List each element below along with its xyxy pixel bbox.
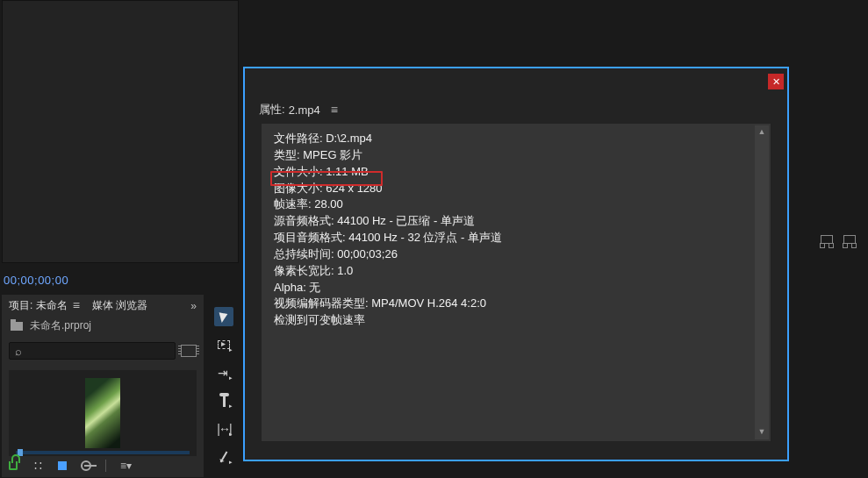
properties-header: 属性: 2.mp4 bbox=[259, 102, 778, 118]
lock-icon[interactable] bbox=[9, 461, 18, 470]
list-view-icon[interactable]: ∷ bbox=[32, 460, 44, 472]
project-file-row: 未命名.prproj bbox=[2, 317, 204, 339]
panel-menu-icon[interactable] bbox=[73, 304, 83, 308]
pen-tool[interactable]: ▸ bbox=[214, 447, 233, 467]
project-tab-label: 项目: 未命名 bbox=[9, 298, 68, 313]
properties-menu-icon[interactable] bbox=[331, 109, 341, 111]
project-tab[interactable]: 项目: 未命名 bbox=[9, 298, 83, 313]
prop-frame-rate: 帧速率: 28.00 bbox=[274, 196, 758, 213]
prop-file-path: 文件路径: D:\2.mp4 bbox=[274, 131, 758, 147]
close-button[interactable]: ✕ bbox=[768, 74, 784, 89]
prop-par: 像素长宽比: 1.0 bbox=[274, 263, 758, 280]
new-bin-icon[interactable] bbox=[181, 345, 197, 357]
source-monitor-panel bbox=[2, 0, 239, 263]
clip-scrub-bar[interactable] bbox=[16, 451, 190, 454]
timeline-settings-icon[interactable] bbox=[821, 235, 833, 244]
search-input[interactable]: ⌕ bbox=[9, 342, 176, 360]
close-icon: ✕ bbox=[772, 76, 780, 88]
properties-scrollbar[interactable]: ▲ ▼ bbox=[755, 125, 769, 439]
folder-icon bbox=[11, 322, 23, 331]
track-select-tool[interactable]: ▸ bbox=[214, 335, 233, 354]
ripple-edit-tool[interactable]: ▸ bbox=[214, 363, 233, 382]
prop-file-size: 文件大小: 1.11 MB bbox=[274, 164, 758, 181]
prop-src-audio: 源音频格式: 44100 Hz - 已压缩 - 单声道 bbox=[274, 213, 758, 230]
sort-icon[interactable]: ≡▾ bbox=[120, 460, 132, 472]
prop-proj-audio: 项目音频格式: 44100 Hz - 32 位浮点 - 单声道 bbox=[274, 230, 758, 246]
dialog-titlebar: ✕ bbox=[768, 74, 784, 89]
slip-tool[interactable]: |↔|▸ bbox=[214, 419, 233, 439]
prop-duration: 总持续时间: 00;00;03;26 bbox=[274, 246, 758, 263]
clip-thumbnail-area[interactable] bbox=[9, 370, 197, 456]
project-filename: 未命名.prproj bbox=[30, 318, 91, 333]
scroll-down-icon[interactable]: ▼ bbox=[755, 425, 769, 439]
toolbar-divider bbox=[105, 460, 106, 472]
scroll-up-icon[interactable]: ▲ bbox=[755, 125, 769, 139]
tools-panel: ▸ ▸ ▸ |↔|▸ ▸ ✋▸ bbox=[211, 302, 237, 478]
project-panel: 项目: 未命名 媒体 浏览器 » 未命名.prproj ⌕ ∷ ≡▾ bbox=[2, 295, 204, 477]
project-bottom-toolbar: ∷ ≡▾ bbox=[9, 460, 132, 472]
icon-view-icon[interactable] bbox=[58, 461, 67, 470]
tabs-overflow-icon[interactable]: » bbox=[190, 300, 197, 312]
clip-thumbnail bbox=[85, 378, 120, 448]
freeform-view-icon[interactable] bbox=[81, 460, 91, 471]
timeline-wrench-icon[interactable] bbox=[843, 235, 856, 244]
search-row: ⌕ bbox=[2, 339, 204, 363]
prop-vfr: 检测到可变帧速率 bbox=[274, 312, 758, 329]
prop-type: 类型: MPEG 影片 bbox=[274, 147, 758, 164]
properties-body: 文件路径: D:\2.mp4 类型: MPEG 影片 文件大小: 1.11 MB… bbox=[261, 123, 771, 442]
selection-tool[interactable] bbox=[214, 307, 233, 326]
timeline-right-icons bbox=[821, 235, 856, 244]
prop-codec: 视频编解码器类型: MP4/MOV H.264 4:2:0 bbox=[274, 296, 758, 312]
properties-header-prefix: 属性: bbox=[259, 102, 285, 118]
project-panel-tabs: 项目: 未命名 媒体 浏览器 » bbox=[2, 295, 204, 317]
razor-tool[interactable]: ▸ bbox=[214, 391, 233, 410]
prop-image-size: 图像大小: 624 x 1280 bbox=[274, 181, 758, 197]
timecode-display: 00;00;00;00 bbox=[4, 274, 68, 287]
properties-header-file: 2.mp4 bbox=[289, 103, 320, 117]
media-browser-tab[interactable]: 媒体 浏览器 bbox=[92, 298, 147, 313]
properties-dialog: ✕ 属性: 2.mp4 文件路径: D:\2.mp4 类型: MPEG 影片 文… bbox=[243, 67, 789, 461]
prop-alpha: Alpha: 无 bbox=[274, 280, 758, 296]
